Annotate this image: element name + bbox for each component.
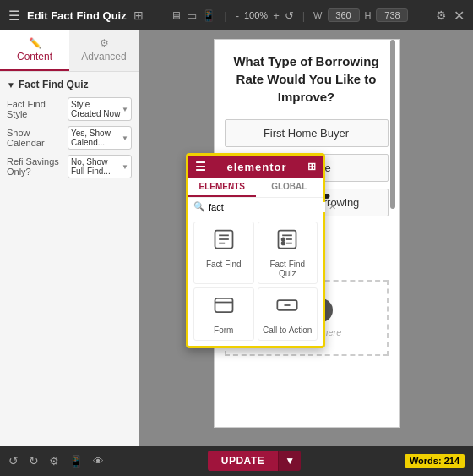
zoom-level: 100% [244,10,268,20]
question-text: What Type of Borrowing Rate Would You Li… [225,52,389,106]
update-btn-group: UPDATE ▼ [208,451,301,471]
bottom-bar-left: ↺ ↻ ⚙ 📱 👁 [8,454,104,468]
panel-tabs: ✏️ Content ⚙ Advanced [0,30,139,72]
top-bar-center: 🖥 ▭ 📱 | - 100% + ↺ | W 360 H 738 [171,8,408,22]
tab-advanced[interactable]: ⚙ Advanced [69,30,139,71]
tablet-icon[interactable]: ▭ [187,9,197,22]
width-label: W [313,10,322,20]
history-icon[interactable]: ↺ [8,454,19,468]
popup-item-label-1: Fact Find Quiz [262,260,314,278]
panel-section: ▼ Fact Find Quiz Fact Find Style Style C… [0,72,139,190]
popup-item-1[interactable]: Fact Find Quiz [258,222,318,284]
field-value-0: Style Created Now [71,100,122,118]
close-icon[interactable]: ✕ [454,8,465,24]
section-header: ▼ Fact Find Quiz [7,79,132,90]
redo-icon[interactable]: ↻ [29,454,39,468]
popup-item-icon-1 [275,227,299,256]
section-title: Fact Find Quiz [19,79,89,90]
popup-tab-elements[interactable]: ELEMENTS [188,178,256,197]
field-label-0: Fact Find Style [7,99,68,119]
zoom-in-icon[interactable]: + [273,9,280,22]
zoom-out-icon[interactable]: - [236,9,239,22]
field-select-2[interactable]: No, Show Full Find... ▼ [68,155,132,178]
clear-search-icon[interactable]: ✕ [329,201,336,212]
popup-item-icon-3 [275,293,299,322]
popup-item-icon-0 [212,227,236,256]
settings-icon[interactable]: ⚙ [49,455,59,468]
popup-tabs: ELEMENTS GLOBAL [188,178,323,198]
update-button[interactable]: UPDATE [208,451,278,471]
popup-tab-global[interactable]: GLOBAL [256,178,323,197]
field-label-2: Refi Savings Only? [7,156,68,177]
popup-search-bar: 🔍 ✕ [188,198,323,216]
svg-rect-10 [215,298,232,312]
tab-content[interactable]: ✏️ Content [0,30,69,71]
popup-items-grid: Fact Find Fact Find Quiz Form [188,216,323,346]
bottom-bar: ↺ ↻ ⚙ 📱 👁 UPDATE ▼ Words: 214 [0,446,473,476]
content-tab-icon: ✏️ [29,37,41,49]
eye-icon[interactable]: 👁 [93,455,104,468]
advanced-tab-label: Advanced [81,51,126,63]
search-input[interactable] [209,202,325,212]
height-value: 738 [376,8,408,22]
responsive-icon[interactable]: 📱 [69,455,83,468]
canvas-area: What Type of Borrowing Rate Would You Li… [139,30,473,446]
elementor-popup: ☰ elementor ⊞ ELEMENTS GLOBAL 🔍 ✕ [186,153,325,348]
popup-item-0[interactable]: Fact Find [193,222,254,284]
popup-header: ☰ elementor ⊞ [188,156,323,178]
search-icon: 🔍 [193,201,205,212]
update-dropdown-button[interactable]: ▼ [278,451,301,471]
popup-item-3[interactable]: Call to Action [258,287,318,341]
section-arrow-icon[interactable]: ▼ [7,80,15,90]
popup-item-icon-2 [212,293,236,322]
caret-icon-2: ▼ [122,163,128,171]
popup-title: elementor [206,161,307,173]
advanced-tab-icon: ⚙ [100,37,109,49]
popup-item-label-2: Form [214,326,233,335]
option-btn-0[interactable]: First Home Buyer [225,119,389,147]
top-bar-right: ⚙ ✕ [436,8,465,24]
svg-point-6 [282,238,285,241]
caret-icon-1: ▼ [122,134,128,142]
svg-point-7 [282,242,285,245]
popup-item-label-3: Call to Action [263,326,312,335]
scrollbar[interactable] [390,40,395,209]
popup-header-icons: ☰ [195,160,206,173]
grid-icon[interactable]: ⊞ [133,8,144,22]
caret-icon-0: ▼ [122,106,128,113]
words-badge: Words: 214 [405,454,465,468]
height-label: H [365,10,372,20]
popup-grid-icon[interactable]: ⊞ [307,161,316,172]
hamburger-icon[interactable]: ☰ [8,8,20,24]
popup-menu-icon[interactable]: ☰ [195,160,206,173]
top-bar-left: ☰ Edit Fact Find Quiz ⊞ [8,8,144,24]
field-select-1[interactable]: Yes, Show Calend... ▼ [68,126,132,150]
field-row-0: Fact Find Style Style Created Now ▼ [7,97,132,121]
field-label-1: Show Calendar [7,128,68,148]
popup-item-2[interactable]: Form [193,287,254,341]
desktop-icon[interactable]: 🖥 [171,9,182,22]
field-value-1: Yes, Show Calend... [71,129,122,147]
width-value: 360 [328,8,360,22]
mobile-icon[interactable]: 📱 [202,9,215,22]
main-layout: ✏️ Content ⚙ Advanced ▼ Fact Find Quiz F… [0,30,473,446]
undo-icon[interactable]: ↺ [285,9,294,22]
popup-item-label-0: Fact Find [206,260,242,269]
field-row-1: Show Calendar Yes, Show Calend... ▼ [7,126,132,150]
gear-icon[interactable]: ⚙ [436,8,447,22]
top-bar-title: Edit Fact Find Quiz [27,9,127,22]
field-value-2: No, Show Full Find... [71,157,122,176]
top-bar: ☰ Edit Fact Find Quiz ⊞ 🖥 ▭ 📱 | - 100% +… [0,0,473,30]
field-select-0[interactable]: Style Created Now ▼ [68,97,132,121]
left-panel: ✏️ Content ⚙ Advanced ▼ Fact Find Quiz F… [0,30,139,446]
content-tab-label: Content [17,51,52,63]
field-row-2: Refi Savings Only? No, Show Full Find...… [7,155,132,178]
